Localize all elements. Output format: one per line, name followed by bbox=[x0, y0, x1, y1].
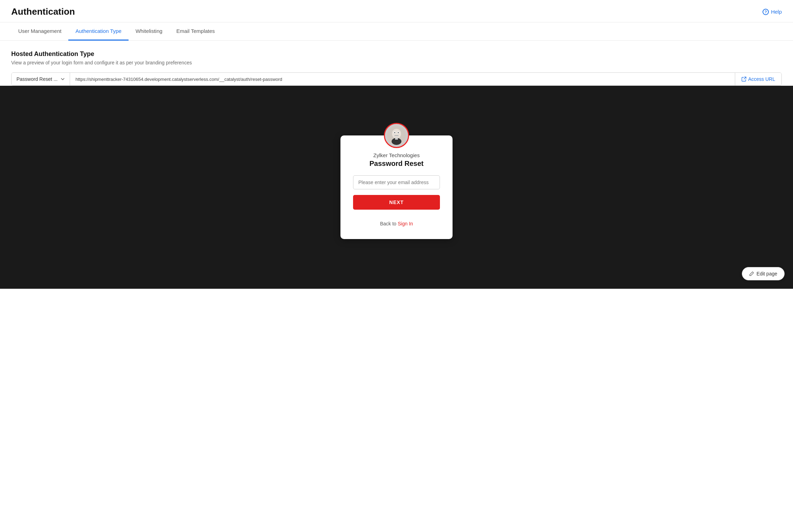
back-to-signin: Back to Sign In bbox=[353, 221, 440, 226]
login-card: Zylker Technologies Password Reset NEXT … bbox=[340, 135, 453, 239]
edit-page-button[interactable]: Edit page bbox=[742, 267, 785, 280]
tab-user-management[interactable]: User Management bbox=[11, 22, 68, 41]
tab-authentication-type[interactable]: Authentication Type bbox=[68, 22, 128, 41]
sign-in-link[interactable]: Sign In bbox=[398, 221, 413, 226]
help-button[interactable]: ? Help bbox=[763, 9, 782, 15]
org-name: Zylker Technologies bbox=[353, 152, 440, 158]
tab-whitelisting[interactable]: Whitelisting bbox=[129, 22, 170, 41]
avatar bbox=[384, 123, 409, 148]
section-description: View a preview of your login form and co… bbox=[11, 60, 782, 65]
access-url-button[interactable]: Access URL bbox=[735, 73, 781, 85]
url-display: https://shipmenttracker-74310654.develop… bbox=[70, 73, 735, 85]
help-icon: ? bbox=[763, 9, 769, 15]
svg-point-4 bbox=[394, 132, 395, 133]
avatar-wrapper bbox=[384, 123, 409, 148]
help-label: Help bbox=[771, 9, 782, 15]
page-type-dropdown[interactable]: Password Reset ... bbox=[12, 73, 70, 85]
external-link-icon bbox=[742, 77, 746, 82]
chevron-down-icon bbox=[61, 77, 65, 81]
card-title: Password Reset bbox=[353, 160, 440, 168]
header: Authentication ? Help bbox=[0, 0, 793, 22]
edit-page-label: Edit page bbox=[757, 271, 777, 276]
dropdown-label: Password Reset ... bbox=[16, 76, 58, 82]
tab-bar: User Management Authentication Type Whit… bbox=[0, 22, 793, 41]
url-bar: Password Reset ... https://shipmenttrack… bbox=[11, 72, 782, 86]
svg-point-1 bbox=[392, 129, 401, 139]
next-button[interactable]: NEXT bbox=[353, 195, 440, 210]
email-input[interactable] bbox=[353, 175, 440, 189]
tab-email-templates[interactable]: Email Templates bbox=[170, 22, 222, 41]
svg-rect-6 bbox=[394, 135, 399, 136]
robot-avatar-icon bbox=[387, 126, 406, 145]
section-title: Hosted Authentication Type bbox=[11, 50, 782, 58]
page-title: Authentication bbox=[11, 6, 75, 17]
svg-rect-8 bbox=[395, 138, 398, 140]
main-content: Hosted Authentication Type View a previe… bbox=[0, 41, 793, 86]
svg-point-5 bbox=[398, 132, 399, 133]
back-to-text: Back to bbox=[380, 221, 396, 226]
edit-icon bbox=[749, 271, 754, 276]
preview-area: Zylker Technologies Password Reset NEXT … bbox=[0, 86, 793, 289]
access-url-label: Access URL bbox=[748, 76, 775, 82]
